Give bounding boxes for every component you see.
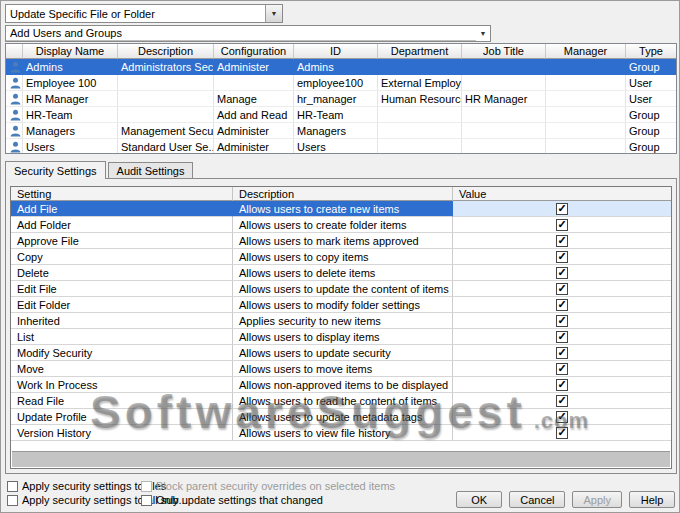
value-checkbox[interactable] (556, 235, 568, 247)
user-group-icon (6, 59, 23, 75)
cell-value (453, 249, 671, 265)
cell-job-title (462, 139, 546, 154)
ok-button[interactable]: OK (456, 491, 502, 508)
checkbox-box (7, 495, 18, 506)
cell-configuration: Add and Read (214, 107, 294, 123)
user-row[interactable]: Users Standard User Se... Administer Use… (6, 139, 676, 154)
setting-row[interactable]: Copy Allows users to copy items (11, 249, 671, 265)
value-checkbox[interactable] (556, 299, 568, 311)
value-checkbox[interactable] (556, 395, 568, 407)
value-checkbox[interactable] (556, 427, 568, 439)
value-checkbox[interactable] (556, 267, 568, 279)
setting-row[interactable]: Add Folder Allows users to create folder… (11, 217, 671, 233)
cell-department (378, 123, 462, 139)
column-header-description[interactable]: Description (118, 44, 214, 59)
only-update-changed-settings-checkbox[interactable]: Only update settings that changed (141, 494, 323, 506)
value-checkbox[interactable] (556, 203, 568, 215)
cell-job-title (462, 59, 546, 75)
cell-description: Allows users to update security (233, 345, 453, 361)
cell-type: Group (626, 123, 676, 139)
setting-row[interactable]: Move Allows users to move items (11, 361, 671, 377)
cell-description: Allows users to move items (233, 361, 453, 377)
setting-row[interactable]: Edit Folder Allows users to modify folde… (11, 297, 671, 313)
setting-row[interactable]: Delete Allows users to delete items (11, 265, 671, 281)
cell-setting: Add File (11, 201, 233, 217)
setting-row[interactable]: Approve File Allows users to mark items … (11, 233, 671, 249)
column-header-job-title[interactable]: Job Title (462, 44, 546, 59)
column-header-department[interactable]: Department (378, 44, 462, 59)
update-mode-combobox[interactable]: Update Specific File or Folder ▼ (5, 4, 283, 23)
cell-value (453, 313, 671, 329)
cell-value (453, 217, 671, 233)
cell-department (378, 139, 462, 154)
cell-id: Users (294, 139, 378, 154)
column-header-value[interactable]: Value (453, 187, 671, 201)
value-checkbox[interactable] (556, 219, 568, 231)
cell-display-name: HR Manager (23, 91, 118, 107)
column-header-description[interactable]: Description (233, 187, 453, 201)
users-table: Display Name Description Configuration I… (5, 43, 677, 154)
value-checkbox[interactable] (556, 283, 568, 295)
cell-setting: Approve File (11, 233, 233, 249)
cell-description: Allows users to modify folder settings (233, 297, 453, 313)
cell-manager (546, 107, 626, 123)
cancel-button[interactable]: Cancel (509, 491, 565, 508)
cell-setting: Move (11, 361, 233, 377)
setting-row[interactable]: Edit File Allows users to update the con… (11, 281, 671, 297)
value-checkbox[interactable] (556, 363, 568, 375)
horizontal-scrollbar[interactable] (12, 451, 670, 467)
setting-row[interactable]: Read File Allows users to read the conte… (11, 393, 671, 409)
column-header-display-name[interactable]: Display Name (23, 44, 118, 59)
add-users-combobox[interactable]: Add Users and Groups ▼ (5, 25, 491, 42)
value-checkbox[interactable] (556, 331, 568, 343)
cell-description: Allows users to update the content of it… (233, 281, 453, 297)
setting-row[interactable]: Version History Allows users to view fil… (11, 425, 671, 441)
cell-setting: Add Folder (11, 217, 233, 233)
setting-row[interactable]: Update Profile Allows users to update me… (11, 409, 671, 425)
cell-type: Group (626, 139, 676, 154)
cell-department: Human Resources (378, 91, 462, 107)
user-row[interactable]: HR-Team Add and Read HR-Team Group (6, 107, 676, 123)
apply-button: Apply (572, 491, 622, 508)
cell-value (453, 393, 671, 409)
update-mode-value: Update Specific File or Folder (6, 5, 265, 22)
cell-setting: Read File (11, 393, 233, 409)
cell-description (118, 91, 214, 107)
cell-job-title (462, 123, 546, 139)
user-group-icon (6, 123, 23, 139)
setting-row[interactable]: List Allows users to display items (11, 329, 671, 345)
user-group-icon (6, 91, 23, 107)
tab-audit-settings[interactable]: Audit Settings (108, 162, 194, 178)
column-header-id[interactable]: ID (294, 44, 378, 59)
value-checkbox[interactable] (556, 347, 568, 359)
settings-table-header: Setting Description Value (11, 187, 671, 201)
setting-row[interactable]: Work In Process Allows non-approved item… (11, 377, 671, 393)
value-checkbox[interactable] (556, 315, 568, 327)
cell-type: Group (626, 107, 676, 123)
setting-row[interactable]: Add File Allows users to create new item… (11, 201, 671, 217)
chevron-down-icon[interactable]: ▼ (265, 5, 282, 22)
cell-id: Admins (294, 59, 378, 75)
tab-security-settings[interactable]: Security Settings (5, 161, 106, 179)
column-header-manager[interactable]: Manager (546, 44, 626, 59)
setting-row[interactable]: Modify Security Allows users to update s… (11, 345, 671, 361)
cell-description (118, 75, 214, 91)
button-bar: OKCancelApplyHelp (456, 491, 675, 508)
user-row[interactable]: Admins Administrators Sec... Administer … (6, 59, 676, 75)
cell-setting: Delete (11, 265, 233, 281)
cell-setting: Edit Folder (11, 297, 233, 313)
setting-row[interactable]: Inherited Applies security to new items (11, 313, 671, 329)
cell-setting: List (11, 329, 233, 345)
value-checkbox[interactable] (556, 251, 568, 263)
column-header-configuration[interactable]: Configuration (214, 44, 294, 59)
value-checkbox[interactable] (556, 411, 568, 423)
user-row[interactable]: Managers Management Secu... Administer M… (6, 123, 676, 139)
column-header-type[interactable]: Type (626, 44, 676, 59)
chevron-down-icon[interactable]: ▼ (476, 30, 490, 37)
user-row[interactable]: HR Manager Manage hr_manager Human Resou… (6, 91, 676, 107)
cell-setting: Copy (11, 249, 233, 265)
help-button[interactable]: Help (629, 491, 675, 508)
column-header-setting[interactable]: Setting (11, 187, 233, 201)
user-row[interactable]: Employee 100 employee100 External Employ… (6, 75, 676, 91)
value-checkbox[interactable] (556, 379, 568, 391)
